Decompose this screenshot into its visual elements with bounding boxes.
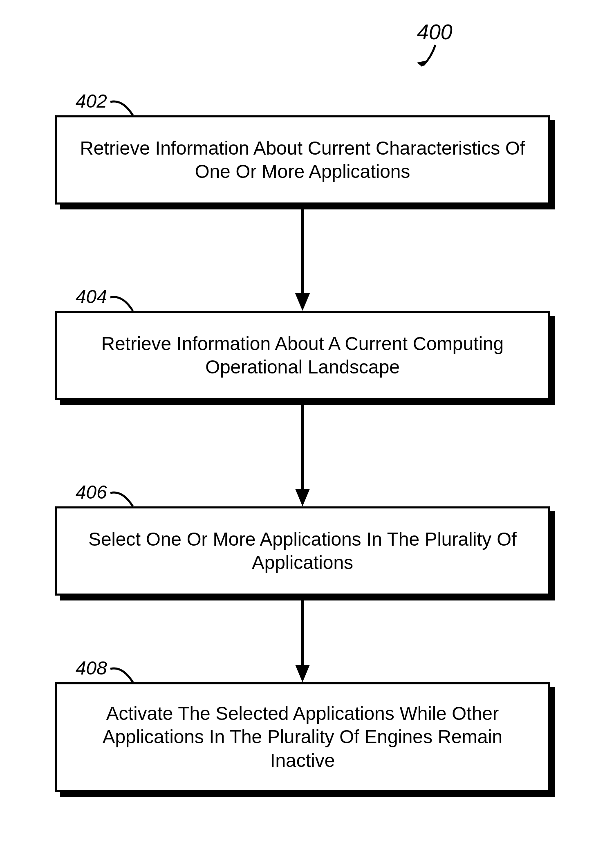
step-text-404: Retrieve Information About A Current Com… [74,332,531,379]
flow-arrow-2 [294,405,311,506]
step-label-406: 406 [76,481,107,503]
step-box-408: Activate The Selected Applications While… [55,682,550,792]
flow-arrow-1 [294,209,311,311]
figure-number: 400 [417,20,453,44]
svg-marker-4 [295,489,310,506]
flow-arrow-3 [294,600,311,682]
figure-arrow [413,43,441,76]
step-text-402: Retrieve Information About Current Chara… [74,137,531,184]
step-text-408: Activate The Selected Applications While… [74,702,531,773]
step-box-402: Retrieve Information About Current Chara… [55,115,550,205]
step-text-406: Select One Or More Applications In The P… [74,528,531,575]
step-label-402: 402 [76,90,107,112]
svg-marker-6 [295,665,310,682]
step-label-404: 404 [76,286,107,308]
svg-marker-2 [295,293,310,311]
svg-marker-0 [417,60,428,67]
step-label-408: 408 [76,657,107,679]
step-box-406: Select One Or More Applications In The P… [55,506,550,596]
step-box-404: Retrieve Information About A Current Com… [55,311,550,400]
